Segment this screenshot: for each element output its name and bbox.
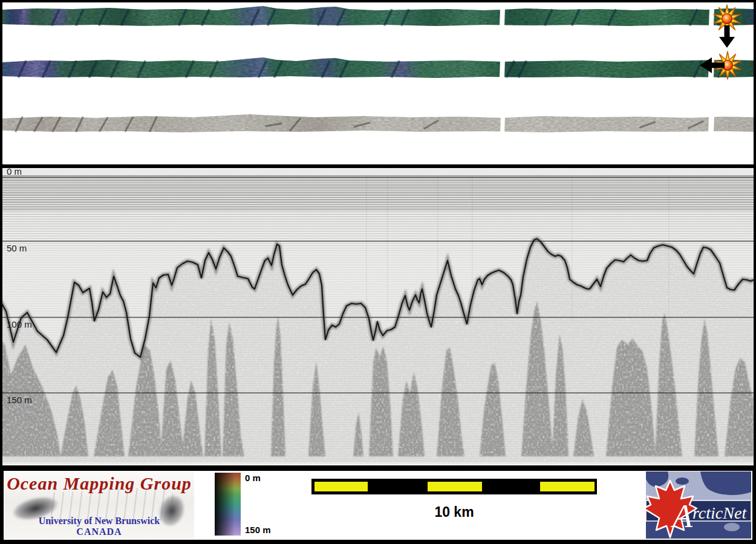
frame-right xyxy=(754,0,756,465)
colorbar-top-label: 0 m xyxy=(245,473,261,483)
sidescan-strip xyxy=(2,113,754,135)
subbottom-echogram: 0 m50 m100 m150 m xyxy=(0,168,756,465)
starburst-core xyxy=(722,14,732,24)
omg-university: University of New Brunswick xyxy=(4,516,194,526)
multibeam-sidescan-panel xyxy=(0,0,756,164)
multibeam-swath-line2 xyxy=(2,57,754,80)
track-gap xyxy=(709,5,714,28)
footer-bar: Ocean Mapping Group University of New Br… xyxy=(0,465,756,544)
scale-bar-label: 10 km xyxy=(311,504,597,520)
panel-divider xyxy=(0,164,756,168)
arcticnet-logo: ArcticNet xyxy=(646,471,751,539)
speckle-grain-overlay xyxy=(2,168,754,464)
footer-panel: Ocean Mapping Group University of New Br… xyxy=(4,471,752,540)
scale-bar-segment xyxy=(428,482,482,491)
track-gap xyxy=(708,113,714,135)
omg-logo: Ocean Mapping Group University of New Br… xyxy=(4,471,194,539)
colorbar-bottom-label: 150 m xyxy=(245,525,271,535)
frame-top xyxy=(0,0,756,2)
arcticnet-map-island xyxy=(676,478,689,485)
scale-bar-segment xyxy=(314,482,368,491)
scale-bar xyxy=(311,479,597,494)
track-gap xyxy=(500,113,505,135)
track-gap xyxy=(500,5,505,28)
figure-canvas: 0 m50 m100 m150 m Ocean Mapping Group Un… xyxy=(0,0,756,544)
omg-title: Ocean Mapping Group xyxy=(4,473,194,494)
scale-bar-segment xyxy=(540,482,595,491)
omg-country: CANADA xyxy=(4,526,194,537)
multibeam-swath-line1 xyxy=(2,5,754,28)
frame-left xyxy=(0,0,2,465)
arcticnet-map-island xyxy=(724,523,740,531)
arrow-down-head xyxy=(719,37,735,48)
depth-colorbar xyxy=(215,473,241,536)
track-gap xyxy=(500,57,505,80)
